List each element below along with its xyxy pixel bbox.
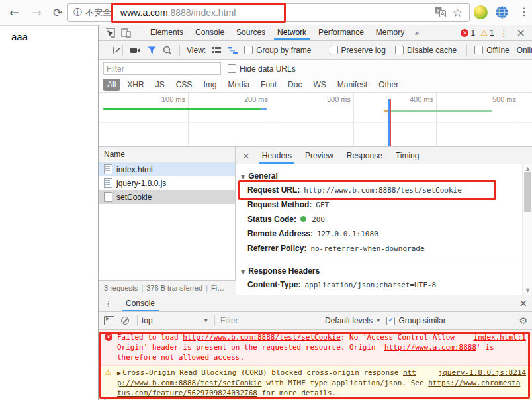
request-row[interactable]: jquery-1.8.0.js: [99, 176, 235, 190]
device-toolbar-icon[interactable]: [120, 27, 132, 39]
type-filter-font[interactable]: Font: [256, 79, 281, 91]
search-icon[interactable]: [163, 46, 172, 55]
devtools-menu-icon[interactable]: ⋮: [500, 28, 509, 38]
disable-cache-box[interactable]: [395, 46, 404, 54]
console-link[interactable]: https://www.chromesta: [428, 379, 520, 387]
scroll-down-icon[interactable]: ▼: [523, 287, 532, 293]
context-selector-value: top: [142, 316, 153, 325]
disable-cache-checkbox[interactable]: Disable cache: [395, 46, 459, 55]
group-similar-checkbox[interactable]: Group similar: [386, 316, 448, 325]
offline-box[interactable]: [474, 46, 483, 54]
console-message-warning[interactable]: ⚠jquery-1.8.0.js:8214▶Cross-Origin Read …: [99, 366, 532, 400]
disable-cache-label: Disable cache: [407, 46, 457, 55]
type-filter-xhr[interactable]: XHR: [122, 79, 148, 91]
console-link[interactable]: p://www.b.com:8888/test/setCookie: [117, 379, 262, 387]
tab-timing[interactable]: Timing: [389, 148, 426, 164]
type-filter-img[interactable]: Img: [199, 79, 221, 91]
translate-icon[interactable]: A: [435, 7, 446, 19]
network-filter-input[interactable]: [103, 62, 221, 75]
scrollbar-thumb[interactable]: [524, 172, 531, 212]
log-levels-dropdown[interactable]: Default levels ▼: [325, 316, 380, 325]
message-source-link[interactable]: index.html:1: [474, 332, 526, 342]
network-overview[interactable]: 100 ms200 ms300 ms400 ms500 ms: [99, 93, 532, 147]
address-bar[interactable]: ⓘ 不安全 www.a.com:8888/index.html A ☆: [67, 3, 470, 22]
hide-data-urls-checkbox[interactable]: Hide data URLs: [228, 64, 298, 74]
tab-headers[interactable]: Headers: [255, 148, 298, 164]
preserve-log-checkbox[interactable]: Preserve log: [330, 46, 388, 55]
devtools-close-icon[interactable]: ×: [514, 26, 528, 39]
tab-preview[interactable]: Preview: [298, 148, 340, 164]
overview-request-bar: [390, 110, 492, 112]
group-similar-box[interactable]: [386, 317, 395, 325]
throttling-dropdown[interactable]: Online: [517, 46, 532, 55]
view-waterfall-icon[interactable]: [228, 46, 238, 54]
detail-scrollbar[interactable]: ▲ ▼: [522, 164, 532, 295]
screenshot-capture-icon[interactable]: [130, 46, 141, 54]
console-link[interactable]: tus.com/feature/5629709824032768: [117, 389, 257, 397]
console-link[interactable]: http://www.b.com:8888/test/setCookie: [183, 333, 340, 342]
warning-badge-icon[interactable]: ⚠: [480, 28, 488, 38]
scroll-up-icon[interactable]: ▲: [523, 166, 532, 172]
console-message-error[interactable]: ✕index.html:1Failed to load http://www.b…: [99, 330, 532, 366]
section-title[interactable]: ▼General: [236, 170, 523, 183]
back-icon[interactable]: ←: [9, 5, 19, 21]
console-filter-input[interactable]: [219, 315, 288, 326]
filter-funnel-icon[interactable]: [148, 46, 156, 54]
tab-sources[interactable]: Sources: [230, 25, 271, 40]
message-source-link[interactable]: jquery-1.8.0.js:8214: [439, 368, 526, 377]
tab-elements[interactable]: Elements: [144, 25, 189, 40]
request-row[interactable]: setCookie: [99, 190, 235, 204]
column-header-name[interactable]: Name: [99, 147, 235, 162]
type-filter-doc[interactable]: Doc: [283, 79, 306, 91]
tab-console-drawer[interactable]: Console: [120, 295, 160, 311]
extension-icon-globe[interactable]: [495, 5, 509, 19]
tab-memory[interactable]: Memory: [370, 25, 410, 40]
console-close-icon[interactable]: ×: [513, 297, 532, 309]
more-tabs-icon[interactable]: »: [410, 28, 423, 38]
offline-checkbox[interactable]: Offline: [474, 46, 511, 55]
console-link[interactable]: http://www.a.com:8888: [384, 343, 476, 352]
context-selector[interactable]: top ▼: [142, 316, 210, 325]
tab-network[interactable]: Network: [271, 25, 312, 40]
section-title[interactable]: ▼Response Headers: [236, 264, 523, 277]
hide-data-urls-box[interactable]: [228, 64, 236, 73]
error-badge-icon[interactable]: ✕: [461, 29, 468, 37]
console-settings-gear-icon[interactable]: ⚙: [519, 315, 527, 326]
bookmark-star-icon[interactable]: ☆: [453, 6, 463, 19]
devtools-tabbar: ElementsConsoleSourcesNetworkPerformance…: [99, 25, 532, 41]
clear-icon[interactable]: [113, 46, 114, 54]
type-filter-manifest[interactable]: Manifest: [333, 79, 372, 91]
console-prompt-chevron[interactable]: >: [104, 397, 109, 400]
resource-type-filters: AllXHRJSCSSImgMediaFontDocWSManifestOthe…: [99, 77, 532, 93]
type-filter-other[interactable]: Other: [374, 79, 403, 91]
type-filter-js[interactable]: JS: [151, 79, 169, 91]
info-icon[interactable]: ⓘ: [73, 7, 82, 19]
tab-console[interactable]: Console: [189, 25, 230, 40]
reload-icon[interactable]: ⟳: [53, 5, 62, 21]
extension-icon-yellow[interactable]: [474, 5, 488, 19]
url-text[interactable]: www.a.com:8888/index.html: [120, 7, 236, 18]
tab-performance[interactable]: Performance: [312, 25, 370, 40]
group-by-frame-checkbox[interactable]: Group by frame: [244, 46, 314, 55]
console-clear-icon[interactable]: [121, 317, 129, 325]
forward-icon[interactable]: →: [32, 5, 42, 21]
console-text: for more details.: [257, 389, 336, 397]
drawer-menu-icon[interactable]: ⋮: [104, 299, 112, 309]
browser-menu-icon[interactable]: ⋮: [519, 5, 529, 18]
group-by-frame-box[interactable]: [244, 46, 253, 54]
inspect-element-icon[interactable]: [104, 27, 116, 39]
type-filter-css[interactable]: CSS: [171, 79, 197, 91]
console-sidebar-icon[interactable]: [104, 316, 114, 325]
header-field-label: Request URL:: [247, 185, 300, 195]
type-filter-media[interactable]: Media: [223, 79, 254, 91]
detail-close-icon[interactable]: ×: [240, 150, 255, 161]
expand-triangle-icon[interactable]: ▶: [117, 370, 121, 376]
overview-tick-label: 400 ms: [396, 95, 433, 103]
tab-response[interactable]: Response: [340, 148, 389, 164]
preserve-log-box[interactable]: [330, 46, 338, 54]
type-filter-all[interactable]: All: [103, 79, 120, 91]
request-row[interactable]: index.html: [99, 162, 235, 176]
console-link[interactable]: htt: [403, 368, 416, 377]
type-filter-ws[interactable]: WS: [308, 79, 330, 91]
view-list-icon[interactable]: [212, 46, 221, 54]
